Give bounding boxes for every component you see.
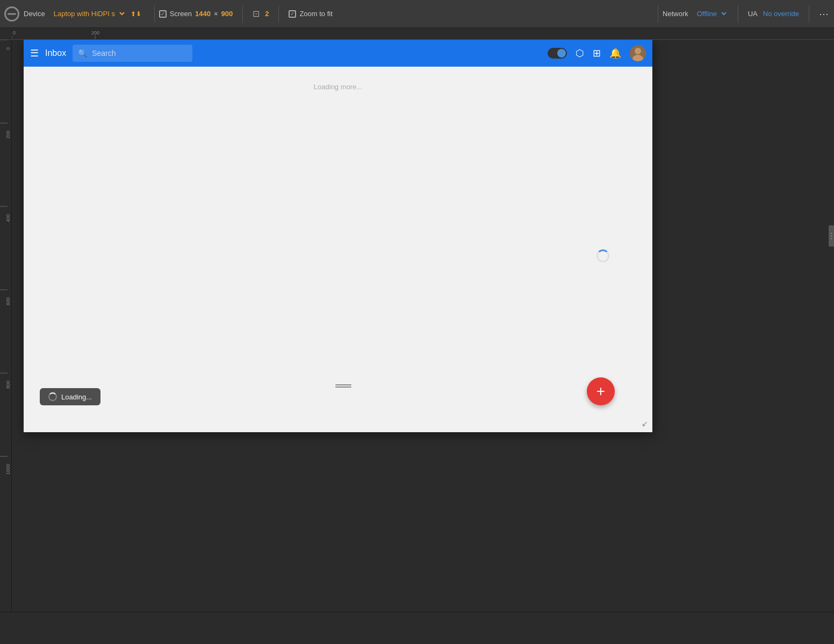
no-entry-icon[interactable] bbox=[4, 6, 19, 22]
ua-label: UA bbox=[748, 10, 758, 18]
app-navbar: ☰ Inbox 🔍 ⬡ ⊞ 🔔 bbox=[24, 40, 652, 67]
toolbar-divider-6 bbox=[809, 5, 809, 23]
svg-text:400: 400 bbox=[5, 214, 11, 222]
canvas-area: ☰ Inbox 🔍 ⬡ ⊞ 🔔 bbox=[12, 40, 834, 612]
svg-text:0: 0 bbox=[5, 47, 11, 50]
search-input[interactable] bbox=[73, 45, 192, 62]
toolbar-right-section: Network Offline UA No override ⋯ bbox=[663, 5, 830, 23]
zoom-label: Zoom to fit bbox=[299, 10, 332, 18]
svg-point-29 bbox=[635, 48, 641, 54]
loading-button: Loading... bbox=[40, 388, 100, 405]
loading-btn-label: Loading... bbox=[61, 393, 92, 401]
left-ruler-svg: 0 200 400 600 800 1000 bbox=[0, 40, 12, 612]
drag-line-2 bbox=[335, 387, 351, 388]
toolbar-divider-2 bbox=[242, 5, 243, 23]
search-wrapper: 🔍 bbox=[73, 45, 541, 62]
toolbar-row1: Device Laptop with HiDPI s ⬆⬇ Screen 144… bbox=[0, 0, 834, 28]
more-options-icon[interactable]: ⋯ bbox=[819, 8, 830, 20]
svg-text:600: 600 bbox=[5, 297, 11, 305]
fab-button[interactable]: + bbox=[587, 377, 615, 405]
toggle-switch[interactable] bbox=[548, 48, 567, 59]
app-content: Loading more... + Loading... ↙ bbox=[24, 67, 652, 432]
app-nav-icons: ⬡ ⊞ 🔔 bbox=[548, 45, 646, 61]
user-avatar[interactable] bbox=[630, 45, 646, 61]
toolbar-divider-4 bbox=[658, 5, 658, 23]
toolbar-divider-3 bbox=[278, 5, 279, 23]
location-icon[interactable]: ⬡ bbox=[576, 47, 584, 59]
zoom-checkbox[interactable] bbox=[289, 10, 296, 18]
resize-dot-2 bbox=[831, 235, 832, 237]
btn-spinner-icon bbox=[48, 392, 57, 401]
svg-text:800: 800 bbox=[5, 381, 11, 389]
screen-label: Screen bbox=[170, 10, 192, 18]
svg-text:200: 200 bbox=[91, 30, 99, 35]
screenshot-icon[interactable]: ⊡ bbox=[253, 9, 260, 19]
device-label: Device bbox=[24, 10, 45, 18]
content-spinner bbox=[596, 249, 609, 262]
zoom-section: Zoom to fit bbox=[289, 10, 332, 18]
screenshot-count: 2 bbox=[265, 10, 269, 18]
svg-text:1000: 1000 bbox=[5, 464, 11, 475]
top-ruler-svg: 0 200 400 600 800 1000 1200 1400 bbox=[12, 28, 173, 40]
device-select[interactable]: Laptop with HiDPI s bbox=[49, 8, 126, 19]
app-frame: ☰ Inbox 🔍 ⬡ ⊞ 🔔 bbox=[24, 40, 652, 432]
toolbar-center-section: Screen 1440 × 900 ⊡ 2 Zoom to fit bbox=[159, 5, 653, 23]
screen-width: 1440 bbox=[195, 10, 211, 18]
app-inbox-title: Inbox bbox=[45, 48, 66, 58]
collapse-arrow-icon[interactable]: ↙ bbox=[642, 419, 648, 428]
notification-icon[interactable]: 🔔 bbox=[609, 47, 621, 59]
resize-handle-right[interactable] bbox=[829, 225, 834, 247]
toggle-knob bbox=[557, 49, 566, 58]
resize-dot-1 bbox=[831, 233, 832, 234]
grid-icon[interactable]: ⊞ bbox=[593, 47, 601, 59]
network-select[interactable]: Offline bbox=[693, 8, 728, 19]
ua-value: No override bbox=[763, 10, 799, 18]
screen-height: 900 bbox=[221, 10, 233, 18]
svg-text:200: 200 bbox=[5, 131, 11, 139]
content-with-ruler: 0 200 400 600 800 1000 ☰ bbox=[0, 40, 834, 612]
left-ruler: 0 200 400 600 800 1000 bbox=[0, 40, 12, 612]
resize-dot-3 bbox=[831, 238, 832, 239]
screen-checkbox[interactable] bbox=[159, 10, 167, 18]
screen-x: × bbox=[214, 10, 218, 18]
fab-plus-icon: + bbox=[596, 384, 605, 399]
top-ruler: 0 200 400 600 800 1000 1200 1400 bbox=[0, 28, 834, 40]
bottom-drag-handle[interactable] bbox=[333, 383, 354, 389]
toolbar-device-section: Device Laptop with HiDPI s ⬆⬇ bbox=[4, 6, 150, 22]
app-hamburger-icon[interactable]: ☰ bbox=[30, 47, 39, 59]
toolbar-divider-5 bbox=[738, 5, 738, 23]
network-label: Network bbox=[663, 10, 688, 18]
svg-text:0: 0 bbox=[13, 30, 16, 35]
network-section: Network Offline bbox=[663, 8, 728, 19]
loading-more-text: Loading more... bbox=[314, 83, 362, 91]
toolbar-divider-1 bbox=[154, 5, 155, 23]
drag-line-1 bbox=[335, 384, 351, 385]
bottom-area bbox=[0, 612, 834, 644]
search-icon: 🔍 bbox=[78, 49, 87, 58]
device-chevron-icon: ⬆⬇ bbox=[131, 10, 141, 18]
screen-section: Screen 1440 × 900 bbox=[159, 10, 233, 18]
